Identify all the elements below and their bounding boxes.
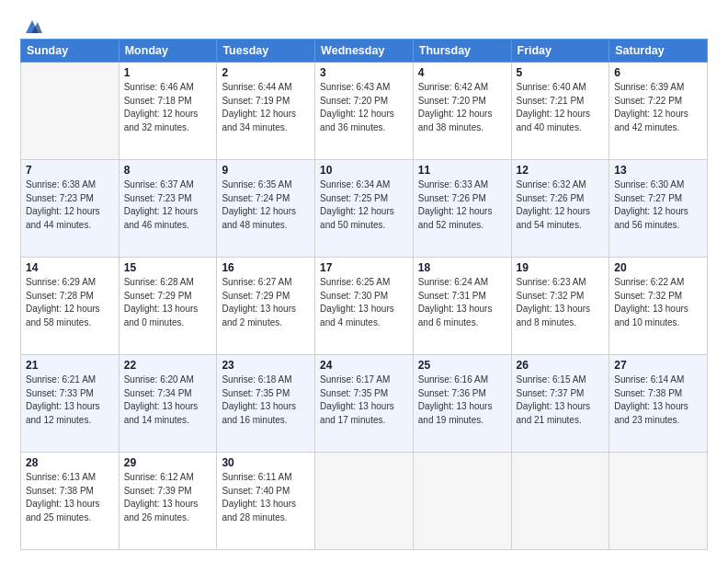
calendar-cell: 3Sunrise: 6:43 AM Sunset: 7:20 PM Daylig… [315, 63, 414, 160]
day-info: Sunrise: 6:35 AM Sunset: 7:24 PM Dayligh… [222, 178, 310, 232]
weekday-header-thursday: Thursday [413, 40, 511, 63]
calendar-cell: 14Sunrise: 6:29 AM Sunset: 7:28 PM Dayli… [21, 258, 119, 355]
day-info: Sunrise: 6:12 AM Sunset: 7:39 PM Dayligh… [124, 471, 212, 524]
calendar-cell: 22Sunrise: 6:20 AM Sunset: 7:34 PM Dayli… [119, 355, 217, 453]
day-number: 23 [222, 359, 310, 372]
day-number: 3 [320, 66, 408, 79]
day-info: Sunrise: 6:29 AM Sunset: 7:28 PM Dayligh… [26, 276, 114, 329]
calendar-cell: 27Sunrise: 6:14 AM Sunset: 7:38 PM Dayli… [609, 355, 708, 453]
calendar-cell: 23Sunrise: 6:18 AM Sunset: 7:35 PM Dayli… [217, 355, 315, 453]
calendar-cell [21, 63, 119, 160]
day-number: 13 [614, 164, 702, 177]
day-info: Sunrise: 6:14 AM Sunset: 7:38 PM Dayligh… [614, 373, 702, 427]
day-info: Sunrise: 6:15 AM Sunset: 7:37 PM Dayligh… [517, 373, 605, 427]
day-info: Sunrise: 6:20 AM Sunset: 7:34 PM Dayligh… [124, 373, 212, 427]
day-info: Sunrise: 6:40 AM Sunset: 7:21 PM Dayligh… [517, 81, 605, 134]
day-info: Sunrise: 6:17 AM Sunset: 7:35 PM Dayligh… [320, 373, 408, 427]
calendar-cell: 8Sunrise: 6:37 AM Sunset: 7:23 PM Daylig… [119, 160, 217, 258]
day-number: 19 [517, 261, 605, 274]
day-number: 11 [418, 164, 506, 177]
calendar-week-row: 7Sunrise: 6:38 AM Sunset: 7:23 PM Daylig… [21, 160, 708, 258]
calendar-header-row: SundayMondayTuesdayWednesdayThursdayFrid… [21, 40, 708, 63]
day-number: 20 [614, 261, 702, 274]
day-number: 26 [517, 359, 605, 372]
calendar-cell [609, 453, 708, 550]
weekday-header-saturday: Saturday [609, 40, 708, 63]
day-info: Sunrise: 6:22 AM Sunset: 7:32 PM Dayligh… [614, 276, 702, 329]
day-number: 29 [124, 456, 212, 469]
calendar-cell: 5Sunrise: 6:40 AM Sunset: 7:21 PM Daylig… [511, 63, 609, 160]
calendar-cell: 6Sunrise: 6:39 AM Sunset: 7:22 PM Daylig… [609, 63, 708, 160]
day-info: Sunrise: 6:21 AM Sunset: 7:33 PM Dayligh… [26, 373, 114, 427]
day-info: Sunrise: 6:24 AM Sunset: 7:31 PM Dayligh… [418, 276, 506, 329]
header [20, 17, 708, 29]
day-number: 22 [124, 359, 212, 372]
calendar-table: SundayMondayTuesdayWednesdayThursdayFrid… [20, 39, 708, 550]
day-number: 18 [418, 261, 506, 274]
calendar-cell: 11Sunrise: 6:33 AM Sunset: 7:26 PM Dayli… [413, 160, 511, 258]
day-number: 24 [320, 359, 408, 372]
calendar-cell: 15Sunrise: 6:28 AM Sunset: 7:29 PM Dayli… [119, 258, 217, 355]
day-number: 14 [26, 261, 114, 274]
calendar-cell: 19Sunrise: 6:23 AM Sunset: 7:32 PM Dayli… [511, 258, 609, 355]
logo-icon [22, 17, 42, 37]
weekday-header-wednesday: Wednesday [315, 40, 414, 63]
calendar-cell: 17Sunrise: 6:25 AM Sunset: 7:30 PM Dayli… [315, 258, 414, 355]
calendar-cell: 20Sunrise: 6:22 AM Sunset: 7:32 PM Dayli… [609, 258, 708, 355]
day-number: 28 [26, 456, 114, 469]
day-info: Sunrise: 6:25 AM Sunset: 7:30 PM Dayligh… [320, 276, 408, 329]
day-info: Sunrise: 6:16 AM Sunset: 7:36 PM Dayligh… [418, 373, 506, 427]
day-info: Sunrise: 6:28 AM Sunset: 7:29 PM Dayligh… [124, 276, 212, 329]
calendar-week-row: 14Sunrise: 6:29 AM Sunset: 7:28 PM Dayli… [21, 258, 708, 355]
day-number: 16 [222, 261, 310, 274]
day-info: Sunrise: 6:13 AM Sunset: 7:38 PM Dayligh… [26, 471, 114, 524]
calendar-cell: 9Sunrise: 6:35 AM Sunset: 7:24 PM Daylig… [217, 160, 315, 258]
weekday-header-tuesday: Tuesday [217, 40, 315, 63]
calendar-cell [315, 453, 414, 550]
calendar-cell: 18Sunrise: 6:24 AM Sunset: 7:31 PM Dayli… [413, 258, 511, 355]
calendar-cell: 24Sunrise: 6:17 AM Sunset: 7:35 PM Dayli… [315, 355, 414, 453]
calendar-cell: 28Sunrise: 6:13 AM Sunset: 7:38 PM Dayli… [21, 453, 119, 550]
logo [20, 17, 42, 29]
day-info: Sunrise: 6:30 AM Sunset: 7:27 PM Dayligh… [614, 178, 702, 232]
day-number: 30 [222, 456, 310, 469]
calendar-cell: 30Sunrise: 6:11 AM Sunset: 7:40 PM Dayli… [217, 453, 315, 550]
calendar-cell [413, 453, 511, 550]
day-number: 6 [614, 66, 702, 79]
day-info: Sunrise: 6:32 AM Sunset: 7:26 PM Dayligh… [517, 178, 605, 232]
day-number: 25 [418, 359, 506, 372]
calendar-week-row: 28Sunrise: 6:13 AM Sunset: 7:38 PM Dayli… [21, 453, 708, 550]
calendar-cell: 26Sunrise: 6:15 AM Sunset: 7:37 PM Dayli… [511, 355, 609, 453]
calendar-cell: 25Sunrise: 6:16 AM Sunset: 7:36 PM Dayli… [413, 355, 511, 453]
day-number: 5 [517, 66, 605, 79]
day-number: 10 [320, 164, 408, 177]
weekday-header-sunday: Sunday [21, 40, 119, 63]
day-number: 15 [124, 261, 212, 274]
day-number: 8 [124, 164, 212, 177]
day-info: Sunrise: 6:37 AM Sunset: 7:23 PM Dayligh… [124, 178, 212, 232]
day-number: 21 [26, 359, 114, 372]
calendar-week-row: 1Sunrise: 6:46 AM Sunset: 7:18 PM Daylig… [21, 63, 708, 160]
weekday-header-monday: Monday [119, 40, 217, 63]
day-number: 2 [222, 66, 310, 79]
calendar-cell: 7Sunrise: 6:38 AM Sunset: 7:23 PM Daylig… [21, 160, 119, 258]
calendar-cell [511, 453, 609, 550]
calendar-week-row: 21Sunrise: 6:21 AM Sunset: 7:33 PM Dayli… [21, 355, 708, 453]
calendar-cell: 2Sunrise: 6:44 AM Sunset: 7:19 PM Daylig… [217, 63, 315, 160]
day-number: 27 [614, 359, 702, 372]
calendar-cell: 1Sunrise: 6:46 AM Sunset: 7:18 PM Daylig… [119, 63, 217, 160]
day-info: Sunrise: 6:38 AM Sunset: 7:23 PM Dayligh… [26, 178, 114, 232]
page: SundayMondayTuesdayWednesdayThursdayFrid… [0, 0, 728, 563]
calendar-cell: 21Sunrise: 6:21 AM Sunset: 7:33 PM Dayli… [21, 355, 119, 453]
day-number: 9 [222, 164, 310, 177]
day-number: 4 [418, 66, 506, 79]
weekday-header-friday: Friday [511, 40, 609, 63]
calendar-cell: 10Sunrise: 6:34 AM Sunset: 7:25 PM Dayli… [315, 160, 414, 258]
day-info: Sunrise: 6:23 AM Sunset: 7:32 PM Dayligh… [517, 276, 605, 329]
day-info: Sunrise: 6:18 AM Sunset: 7:35 PM Dayligh… [222, 373, 310, 427]
day-info: Sunrise: 6:27 AM Sunset: 7:29 PM Dayligh… [222, 276, 310, 329]
day-number: 7 [26, 164, 114, 177]
calendar-cell: 13Sunrise: 6:30 AM Sunset: 7:27 PM Dayli… [609, 160, 708, 258]
day-info: Sunrise: 6:42 AM Sunset: 7:20 PM Dayligh… [418, 81, 506, 134]
calendar-cell: 29Sunrise: 6:12 AM Sunset: 7:39 PM Dayli… [119, 453, 217, 550]
